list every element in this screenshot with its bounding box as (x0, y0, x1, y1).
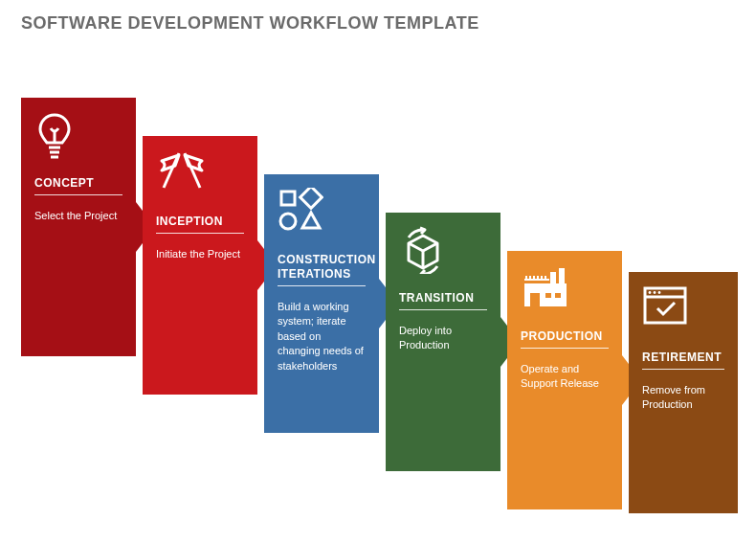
svg-rect-6 (281, 192, 295, 205)
divider (156, 233, 244, 234)
stage-label: INCEPTION (156, 215, 244, 229)
stage-desc: Remove from Production (642, 383, 724, 413)
divider (278, 285, 366, 286)
svg-rect-7 (300, 188, 322, 208)
box-icon (399, 226, 447, 274)
svg-point-28 (654, 291, 656, 294)
stage-desc: Select the Project (34, 209, 122, 223)
stage-desc: Operate and Support Release (521, 362, 609, 392)
svg-rect-16 (545, 293, 551, 298)
stage-production: PRODUCTION Operate and Support Release (507, 251, 622, 509)
stage-transition: TRANSITION Deploy into Production (386, 213, 500, 471)
svg-marker-9 (302, 213, 320, 228)
svg-rect-15 (530, 293, 540, 306)
divider (521, 348, 609, 349)
svg-rect-17 (555, 293, 561, 298)
divider (34, 194, 122, 195)
stage-label: PRODUCTION (521, 329, 609, 344)
svg-point-8 (280, 214, 296, 229)
stage-label: CONSTRUCTION ITERATIONS (278, 253, 366, 282)
stage-desc: Deploy into Production (399, 324, 487, 353)
factory-icon (521, 264, 570, 310)
lightbulb-icon (34, 111, 75, 163)
divider (399, 309, 487, 310)
divider (642, 369, 724, 370)
stage-construction: CONSTRUCTION ITERATIONS Build a working … (264, 174, 379, 433)
flags-icon (156, 149, 208, 192)
shapes-icon (278, 188, 323, 234)
svg-rect-25 (645, 288, 685, 323)
stage-label: CONCEPT (34, 176, 122, 191)
stage-desc: Build a working system; iterate based on… (278, 300, 366, 373)
svg-rect-14 (550, 272, 556, 285)
stage-concept: CONCEPT Select the Project (21, 98, 136, 356)
svg-rect-13 (559, 268, 565, 285)
page-title: SOFTWARE DEVELOPMENT WORKFLOW TEMPLATE (21, 13, 479, 34)
stage-label: TRANSITION (399, 291, 487, 305)
svg-point-27 (649, 291, 652, 294)
window-check-icon (642, 285, 688, 326)
stage-retirement: RETIREMENT Remove from Production (629, 272, 738, 513)
stage-inception: INCEPTION Initiate the Project (143, 136, 257, 395)
svg-point-29 (658, 291, 661, 294)
stage-label: RETIREMENT (642, 351, 724, 365)
stage-desc: Initiate the Project (156, 247, 244, 261)
